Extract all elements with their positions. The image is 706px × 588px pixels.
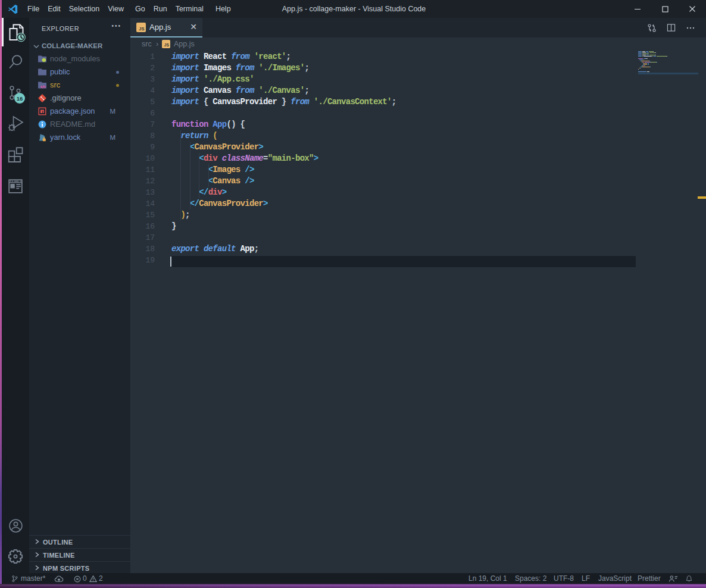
svg-text:JS: JS — [139, 26, 144, 32]
svg-text:JS: JS — [164, 43, 170, 47]
